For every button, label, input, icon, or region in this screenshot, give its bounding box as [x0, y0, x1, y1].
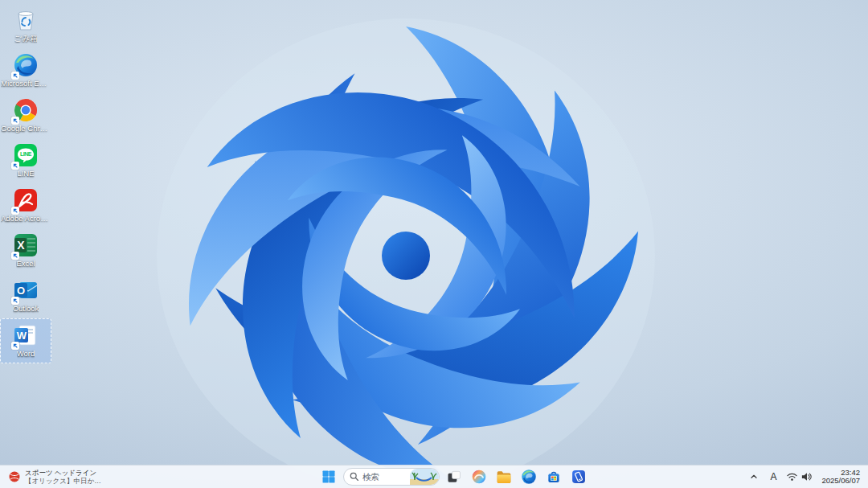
- shortcut-arrow-icon: [11, 117, 19, 125]
- shortcut-arrow-icon: [11, 162, 19, 170]
- desktop-icon-label: Google Chrome: [1, 125, 51, 133]
- shortcut-arrow-icon: [11, 207, 19, 215]
- desktop-icon-outlook[interactable]: O Outlook: [0, 273, 51, 318]
- desktop-icon-label: Microsoft Edge: [1, 80, 51, 88]
- recycle-bin-icon: [13, 7, 39, 33]
- copilot-icon: [471, 469, 487, 485]
- desktop-icon-label: Outlook: [13, 305, 39, 314]
- search-box[interactable]: [343, 468, 440, 486]
- windows-bloom-wallpaper: [0, 0, 868, 488]
- desktop-icon-google-chrome[interactable]: Google Chrome: [0, 93, 51, 138]
- system-tray: A 23:42 2025/06/07: [745, 465, 865, 488]
- taskbar-center: [318, 465, 589, 488]
- shortcut-arrow-icon: [11, 72, 19, 80]
- desktop-icon-recycle-bin[interactable]: ごみ箱: [0, 3, 51, 48]
- task-view-icon: [446, 469, 462, 485]
- tray-date: 2025/06/07: [821, 477, 860, 485]
- ime-mode-button[interactable]: A: [764, 467, 782, 486]
- desktop-icon-excel[interactable]: X Outlook Excel: [0, 228, 51, 273]
- outlook-icon: O: [13, 277, 39, 303]
- microsoft-store-button[interactable]: [543, 466, 564, 487]
- shortcut-arrow-icon: [11, 252, 19, 260]
- excel-icon: X: [13, 232, 39, 258]
- desktop-icon-label: Word: [17, 350, 35, 359]
- task-view-button[interactable]: [444, 466, 465, 487]
- desktop-icon-label: ごみ箱: [14, 35, 38, 43]
- taskbar: スポーツ ヘッドライン 【オリックス】中日か…: [0, 465, 868, 488]
- edge-icon: [13, 52, 39, 78]
- desktop-icon-label: Adobe Acrobat: [1, 215, 51, 223]
- file-explorer-button[interactable]: [493, 466, 514, 487]
- search-input[interactable]: [362, 472, 409, 482]
- speaker-icon: [800, 471, 813, 482]
- search-icon: [350, 472, 359, 482]
- microsoft-store-icon: [546, 469, 562, 485]
- desktop-icon-adobe-acrobat[interactable]: Adobe Acrobat: [0, 183, 51, 228]
- widget-headline: スポーツ ヘッドライン: [25, 469, 101, 477]
- copilot-button[interactable]: [469, 466, 489, 487]
- edge-icon: [521, 469, 537, 485]
- phone-link-button[interactable]: [568, 466, 589, 487]
- desktop-icon-line[interactable]: LINE LINE: [0, 138, 51, 183]
- acrobat-icon: [13, 187, 39, 213]
- word-icon: W: [13, 322, 39, 348]
- clock[interactable]: 23:42 2025/06/07: [817, 467, 865, 486]
- network-volume-button[interactable]: [784, 467, 815, 486]
- shortcut-arrow-icon: [11, 342, 19, 350]
- show-hidden-icons-button[interactable]: [745, 467, 763, 486]
- widgets-button[interactable]: スポーツ ヘッドライン 【オリックス】中日か…: [2, 465, 108, 488]
- desktop-icon-label: LINE: [17, 170, 34, 178]
- start-button[interactable]: [318, 466, 339, 487]
- line-icon: LINE: [13, 142, 39, 168]
- widget-subline: 【オリックス】中日か…: [25, 477, 101, 485]
- ime-indicator-label: A: [770, 471, 776, 482]
- desktop-icon-grid: ごみ箱 Microsoft Edge: [0, 3, 53, 363]
- chevron-up-icon: [749, 472, 759, 482]
- windows-logo-icon: [321, 469, 337, 485]
- edge-taskbar-button[interactable]: [518, 466, 539, 487]
- file-explorer-icon: [496, 469, 512, 485]
- shortcut-arrow-icon: [11, 297, 19, 305]
- sports-ball-icon: [8, 470, 21, 483]
- phone-link-icon: [571, 469, 587, 485]
- chrome-icon: [13, 97, 39, 123]
- desktop-icon-label: Excel: [16, 260, 35, 269]
- search-highlight-image[interactable]: [410, 469, 439, 485]
- desktop-icon-word[interactable]: W Word: [0, 318, 51, 363]
- wifi-icon: [786, 471, 798, 482]
- desktop-icon-microsoft-edge[interactable]: Microsoft Edge: [0, 48, 51, 93]
